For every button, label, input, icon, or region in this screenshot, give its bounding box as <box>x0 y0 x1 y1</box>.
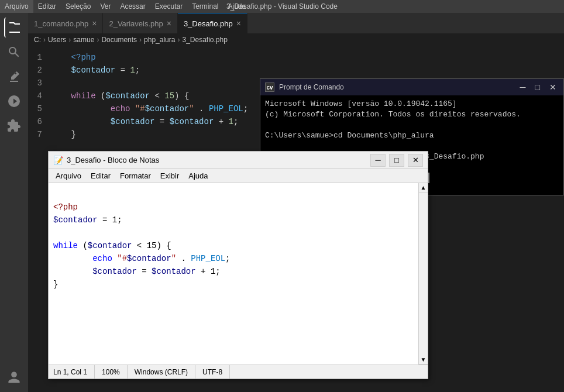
cmd-minimize-btn[interactable]: ─ <box>518 82 528 92</box>
notepad-zoom: 100% <box>95 365 128 379</box>
code-line-2: 2 $contador = 1; <box>28 64 564 77</box>
cmd-line-5 <box>265 141 559 152</box>
notepad-window: 📝 3_Desafio - Bloco de Notas ─ □ ✕ Arqui… <box>48 151 428 379</box>
cmd-line-2: (c) Microsoft Corporation. Todos os dire… <box>265 109 559 120</box>
cmd-title: Prompt de Comando <box>279 83 513 91</box>
tab-2-close[interactable]: × <box>167 19 171 28</box>
tab-3-label: 3_Desafio.php <box>184 19 233 28</box>
menu-acessar[interactable]: Acessar <box>115 0 150 13</box>
notepad-menu-arquivo[interactable]: Arquivo <box>51 169 86 183</box>
notepad-title: 3_Desafio - Bloco de Notas <box>67 156 367 164</box>
cmd-titlebar: cv Prompt de Comando ─ □ ✕ <box>260 79 563 95</box>
breadcrumb-documents[interactable]: Documents <box>101 36 137 44</box>
menu-arquivo[interactable]: Arquivo <box>0 0 33 13</box>
notepad-text[interactable]: <?php $contador = 1; while ($contador < … <box>49 183 418 365</box>
cmd-line-1: Microsoft Windows [versão 10.0.19042.116… <box>265 99 559 109</box>
tab-bar: 1_comando.php × 2_Variaveis.php × 3_Desa… <box>28 13 564 33</box>
notepad-menu-editar[interactable]: Editar <box>86 169 115 183</box>
notepad-line-ending: Windows (CRLF) <box>128 365 195 379</box>
notepad-minimize-btn[interactable]: ─ <box>370 154 386 167</box>
notepad-scroll-up[interactable]: ▲ <box>419 183 428 192</box>
notepad-scroll-track <box>419 192 428 355</box>
cmd-maximize-btn[interactable]: □ <box>533 82 542 92</box>
tab-1-comando[interactable]: 1_comando.php × <box>28 13 103 33</box>
code-line-1: 1 <?php <box>28 51 564 64</box>
cmd-line-3 <box>265 120 559 130</box>
activity-extensions-icon[interactable] <box>4 116 24 136</box>
breadcrumb-users[interactable]: Users <box>48 36 66 44</box>
tab-3-desafio[interactable]: 3_Desafio.php × <box>178 13 247 33</box>
activity-source-control-icon[interactable] <box>4 67 24 87</box>
menu-ver[interactable]: Ver <box>95 0 115 13</box>
menu-ajuda[interactable]: Ajuda <box>223 0 251 13</box>
notepad-position: Ln 1, Col 1 <box>53 365 95 379</box>
titlebar-menu: Arquivo Editar Seleção Ver Acessar Execu… <box>0 0 250 13</box>
notepad-menu-ajuda[interactable]: Ajuda <box>184 169 212 183</box>
menu-terminal[interactable]: Terminal <box>187 0 223 13</box>
tab-2-label: 2_Variaveis.php <box>109 19 163 28</box>
tab-1-label: 1_comando.php <box>34 19 88 28</box>
breadcrumb: C: › Users › samue › Documents › php_alu… <box>28 33 564 46</box>
tab-2-variaveis[interactable]: 2_Variaveis.php × <box>103 13 177 33</box>
tab-3-close[interactable]: × <box>236 19 241 28</box>
notepad-menubar: Arquivo Editar Formatar Exibir Ajuda <box>49 169 428 183</box>
activity-bar <box>0 13 28 392</box>
titlebar: Arquivo Editar Seleção Ver Acessar Execu… <box>0 0 564 13</box>
menu-editar[interactable]: Editar <box>33 0 61 13</box>
cmd-line-4: C:\Users\samue>cd Documents\php_alura <box>265 130 559 141</box>
breadcrumb-samue[interactable]: samue <box>73 36 94 44</box>
notepad-menu-formatar[interactable]: Formatar <box>115 169 156 183</box>
notepad-menu-exibir[interactable]: Exibir <box>156 169 184 183</box>
menu-selecao[interactable]: Seleção <box>61 0 95 13</box>
breadcrumb-c[interactable]: C: <box>34 36 41 44</box>
breadcrumb-file[interactable]: 3_Desafio.php <box>182 36 227 44</box>
breadcrumb-php-alura[interactable]: php_alura <box>144 36 175 44</box>
cmd-close-btn[interactable]: ✕ <box>547 82 559 92</box>
notepad-content-area: <?php $contador = 1; while ($contador < … <box>49 183 428 365</box>
activity-debug-icon[interactable] <box>4 91 24 111</box>
activity-files-icon[interactable] <box>4 18 24 37</box>
menu-executar[interactable]: Executar <box>150 0 187 13</box>
notepad-scroll-down[interactable]: ▼ <box>419 355 428 365</box>
notepad-scrollbar: ▲ ▼ <box>418 183 428 365</box>
activity-search-icon[interactable] <box>4 42 24 62</box>
notepad-statusbar: Ln 1, Col 1 100% Windows (CRLF) UTF-8 <box>49 365 428 379</box>
notepad-close-btn[interactable]: ✕ <box>408 154 423 167</box>
notepad-encoding: UTF-8 <box>195 365 230 379</box>
activity-account-icon[interactable] <box>4 367 24 387</box>
notepad-icon: 📝 <box>53 156 63 165</box>
cmd-icon: cv <box>265 82 274 92</box>
tab-1-close[interactable]: × <box>92 19 97 28</box>
notepad-titlebar: 📝 3_Desafio - Bloco de Notas ─ □ ✕ <box>49 152 428 169</box>
notepad-maximize-btn[interactable]: □ <box>389 154 404 167</box>
